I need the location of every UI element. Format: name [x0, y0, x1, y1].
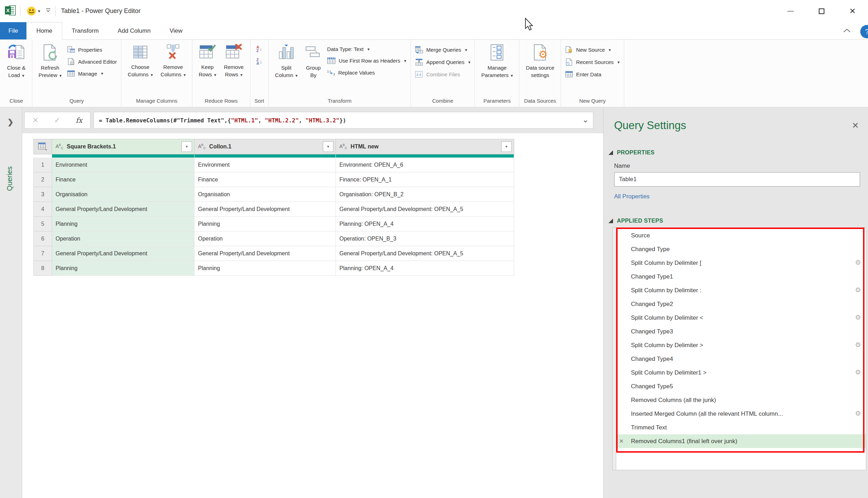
applied-step-item[interactable]: Split Column by Delimiter :⚙ [616, 283, 866, 297]
applied-steps-section-header[interactable]: APPLIED STEPS [608, 218, 868, 224]
table-cell[interactable]: Organisation [52, 187, 194, 202]
properties-button[interactable]: Properties [67, 46, 117, 53]
row-number[interactable]: 2 [33, 172, 52, 187]
table-cell[interactable]: Planning [194, 217, 336, 231]
table-cell[interactable]: Planning: OPEN_A_4 [336, 261, 514, 276]
expand-formula-bar-icon[interactable]: ⌄ [582, 115, 589, 124]
table-cell[interactable]: Organisation: OPEN_B_2 [336, 187, 514, 202]
remove-columns-button[interactable]: Remove Columns ▾ [159, 43, 188, 79]
advanced-editor-button[interactable]: Advanced Editor [67, 58, 117, 65]
applied-step-item[interactable]: ✕Removed Columns1 (final left over junk) [616, 434, 866, 448]
select-all-corner-button[interactable] [33, 139, 52, 154]
applied-step-item[interactable]: Changed Type3 [616, 325, 866, 338]
table-cell[interactable]: Planning [52, 217, 194, 231]
enter-data-button[interactable]: Enter Data [565, 71, 620, 78]
row-number[interactable]: 8 [33, 261, 52, 276]
table-cell[interactable]: Planning: OPEN_A_4 [336, 217, 514, 231]
merge-queries-button[interactable]: Merge Queries ▾ [415, 46, 470, 53]
cancel-formula-icon[interactable]: ✕ [32, 116, 39, 124]
customize-quick-access-toolbar-button[interactable] [45, 8, 51, 14]
replace-values-button[interactable]: 1↳2 Replace Values [327, 69, 406, 76]
formula-input[interactable]: = Table.RemoveColumns(#"Trimmed Text",{"… [94, 112, 593, 129]
step-settings-gear-icon[interactable]: ⚙ [855, 341, 861, 349]
table-cell[interactable]: Planning [52, 261, 194, 276]
table-cell[interactable]: Environment [52, 158, 194, 172]
table-cell[interactable]: General Property/Land Development [52, 202, 194, 217]
table-cell[interactable]: General Property/Land Development [194, 246, 336, 261]
step-settings-gear-icon[interactable]: ⚙ [855, 286, 861, 294]
maximize-button[interactable] [806, 0, 837, 22]
column-header-2[interactable]: ABCCollon.1▼ [194, 139, 336, 154]
close-query-settings-icon[interactable]: ✕ [852, 121, 859, 130]
data-type-button[interactable]: Data Type: Text ▾ [327, 46, 406, 52]
close-window-button[interactable]: ✕ [837, 0, 868, 22]
all-properties-link[interactable]: All Properties [614, 193, 868, 200]
refresh-preview-button[interactable]: Refresh Preview ▾ [37, 43, 64, 80]
choose-columns-button[interactable]: Choose Columns ▾ [126, 43, 155, 79]
table-cell[interactable]: Finance [52, 172, 194, 187]
row-number[interactable]: 6 [33, 231, 52, 246]
applied-step-item[interactable]: Changed Type5 [616, 379, 866, 393]
delete-step-icon[interactable]: ✕ [619, 438, 624, 445]
manage-query-button[interactable]: Manage ▾ [67, 70, 117, 77]
applied-step-item[interactable]: Trimmed Text [616, 421, 866, 434]
expand-queries-pane-button[interactable]: ❯ [7, 118, 14, 126]
applied-step-item[interactable]: Changed Type4 [616, 352, 866, 366]
column-filter-button[interactable]: ▼ [323, 141, 333, 152]
table-cell[interactable]: Organisation [194, 187, 336, 202]
applied-step-item[interactable]: Source [616, 229, 866, 242]
table-cell[interactable]: Operation: OPEN_B_3 [336, 231, 514, 246]
use-first-row-as-headers-button[interactable]: Use First Row as Headers ▾ [327, 57, 406, 64]
data-source-settings-button[interactable]: ⚙ Data source settings [524, 43, 556, 79]
recent-sources-button[interactable]: Recent Sources ▾ [565, 58, 620, 66]
table-cell[interactable]: General Property/Land Development [194, 202, 336, 217]
step-settings-gear-icon[interactable]: ⚙ [855, 369, 861, 376]
table-cell[interactable]: Environment [194, 158, 336, 172]
commit-formula-icon[interactable]: ✓ [54, 116, 60, 124]
column-header-1[interactable]: ABCSquare Brackets.1▼ [52, 139, 194, 154]
applied-step-item[interactable]: Split Column by Delimiter >⚙ [616, 338, 866, 352]
table-cell[interactable]: Operation [194, 231, 336, 246]
row-number[interactable]: 5 [33, 217, 52, 231]
tab-home[interactable]: Home [26, 22, 62, 40]
queries-pane-label[interactable]: Queries [6, 166, 14, 191]
applied-step-item[interactable]: Inserted Merged Column (all the relevant… [616, 407, 866, 421]
minimize-button[interactable] [775, 0, 806, 22]
table-cell[interactable]: General Property/Land Development [52, 246, 194, 261]
append-queries-button[interactable]: Append Queries ▾ [415, 58, 470, 66]
group-by-button[interactable]: Group By [303, 43, 324, 79]
applied-step-item[interactable]: Split Column by Delimiter [⚙ [616, 256, 866, 270]
applied-step-item[interactable]: Changed Type2 [616, 297, 866, 311]
help-button[interactable]: ? [860, 25, 868, 38]
split-column-button[interactable]: Split Column ▾ [273, 43, 300, 80]
applied-step-item[interactable]: Changed Type [616, 242, 866, 256]
tab-file[interactable]: File [0, 22, 26, 39]
applied-step-item[interactable]: Changed Type1 [616, 270, 866, 283]
feedback-smiley-button[interactable]: ▾ [27, 6, 40, 16]
row-number[interactable]: 4 [33, 202, 52, 217]
table-cell[interactable]: Environment: OPEN_A_6 [336, 158, 514, 172]
column-filter-button[interactable]: ▼ [181, 141, 192, 152]
applied-step-item[interactable]: Split Column by Delimiter <⚙ [616, 311, 866, 325]
row-number[interactable]: 7 [33, 246, 52, 261]
table-cell[interactable]: Finance [194, 172, 336, 187]
table-cell[interactable]: Operation [52, 231, 194, 246]
close-and-load-button[interactable]: Close & Load ▾ [5, 43, 28, 80]
sort-ascending-button[interactable]: AZ ↓ [256, 45, 263, 53]
tab-transform[interactable]: Transform [62, 22, 108, 39]
sort-descending-button[interactable]: ZA ↓ [256, 57, 263, 66]
row-number[interactable]: 1 [33, 158, 52, 172]
properties-section-header[interactable]: PROPERTIES [608, 149, 868, 156]
table-cell[interactable]: General Property/Land Development: OPEN_… [336, 246, 514, 261]
step-settings-gear-icon[interactable]: ⚙ [855, 410, 861, 417]
keep-rows-button[interactable]: Keep Rows ▾ [197, 43, 218, 79]
manage-parameters-button[interactable]: Manage Parameters ▾ [479, 43, 515, 80]
table-cell[interactable]: Finance: OPEN_A_1 [336, 172, 514, 187]
query-name-input[interactable] [614, 172, 860, 187]
step-settings-gear-icon[interactable]: ⚙ [855, 314, 861, 321]
remove-rows-button[interactable]: Remove Rows ▾ [222, 43, 246, 79]
step-settings-gear-icon[interactable]: ⚙ [855, 259, 861, 267]
new-source-button[interactable]: New Source ▾ [565, 46, 620, 53]
row-number[interactable]: 3 [33, 187, 52, 202]
column-header-3[interactable]: ABCHTML new▼ [336, 139, 514, 154]
